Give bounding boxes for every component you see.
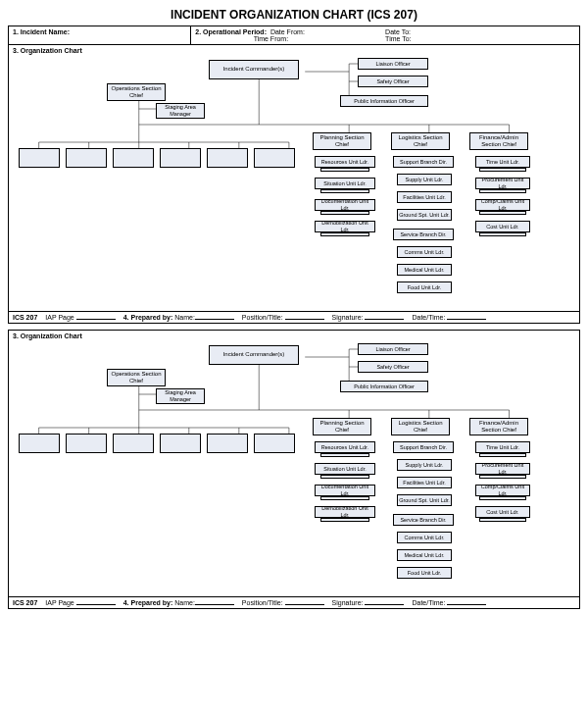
operational-period-cell: 2. Operational Period: Date From: xx Tim… (191, 26, 579, 44)
fin-blank-3 (479, 232, 526, 236)
node-fin-1: Procurement Unit Ldr. (475, 178, 530, 189)
node-logistics-chief: Logistics Section Chief (391, 418, 450, 435)
time-from-label: Time From: (254, 35, 289, 42)
fin-blank-1 (479, 475, 526, 479)
footer-row-2: ICS 207 IAP Page 4. Prepared by: Name: P… (9, 596, 579, 608)
iap-page-label: IAP Page (45, 314, 74, 321)
op-period-label: 2. Operational Period: (195, 28, 267, 35)
form-copy-2: 3. Organization Chart Incident Commander… (8, 330, 580, 609)
ics-label: ICS 207 (13, 314, 37, 321)
node-log-6: Medical Unit Ldr. (397, 549, 452, 561)
fin-blank-0 (479, 453, 526, 457)
ics-label: ICS 207 (13, 599, 37, 606)
node-log-5: Comms Unit Ldr. (397, 246, 452, 258)
node-log-2: Facilities Unit Ldr. (397, 191, 452, 203)
planning-blank-1 (320, 475, 369, 479)
node-planning-2: Documentation Unit Ldr. (315, 485, 375, 496)
section3-label-2: 3. Organization Chart (9, 331, 579, 341)
node-log-5: Comms Unit Ldr. (397, 532, 452, 543)
node-safety: Safety Officer (358, 361, 428, 373)
ops-blank-3 (113, 434, 154, 453)
node-log-1: Supply Unit Ldr. (397, 174, 452, 185)
form-title: INCIDENT ORGANIZATION CHART (ICS 207) (8, 8, 580, 22)
node-pio: Public Information Officer (340, 95, 428, 107)
node-planning-chief: Planning Section Chief (313, 418, 371, 435)
node-fin-3: Cost Unit Ldr. (475, 506, 530, 518)
time-to-label: Time To: (385, 35, 411, 42)
datetime-label: Date/Time: (412, 314, 445, 321)
position-label: Position/Title: (242, 314, 283, 321)
signature-label: Signature: (332, 599, 364, 606)
header-row: 1. Incident Name: 2. Operational Period:… (9, 26, 579, 45)
prepared-by-label: 4. Prepared by: (123, 599, 173, 606)
node-safety: Safety Officer (358, 76, 428, 87)
planning-blank-3 (320, 232, 369, 236)
date-from-label: Date From: (270, 28, 305, 35)
org-chart-1: Incident Commander(s) Liaison Officer Sa… (9, 56, 579, 311)
node-planning-2: Documentation Unit Ldr. (315, 199, 375, 211)
node-log-6: Medical Unit Ldr. (397, 264, 452, 276)
datetime-label: Date/Time: (412, 599, 445, 606)
ops-blank-4 (160, 148, 201, 168)
node-planning-1: Situation Unit Ldr. (315, 178, 375, 189)
node-log-1: Supply Unit Ldr. (397, 459, 452, 471)
node-finance-chief: Finance/Admin Section Chief (469, 132, 528, 150)
node-staging: Staging Area Manager (156, 103, 205, 119)
node-finance-chief: Finance/Admin Section Chief (469, 418, 528, 435)
node-incident-commander: Incident Commander(s) (209, 345, 299, 365)
node-fin-0: Time Unit Ldr. (475, 441, 530, 453)
incident-name-label: 1. Incident Name: (13, 28, 70, 35)
node-log-3: Ground Spt. Unit Ldr. (397, 209, 452, 221)
footer-row-1: ICS 207 IAP Page 4. Prepared by: Name: P… (9, 311, 579, 323)
node-planning-0: Resources Unit Ldr. (315, 441, 375, 453)
planning-blank-2 (320, 211, 369, 215)
node-log-3: Ground Spt. Unit Ldr. (397, 494, 452, 506)
iap-page-label: IAP Page (45, 599, 74, 606)
node-fin-1: Procurement Unit Ldr. (475, 463, 530, 475)
node-planning-0: Resources Unit Ldr. (315, 156, 375, 168)
node-fin-3: Cost Unit Ldr. (475, 221, 530, 232)
ops-blank-5 (207, 148, 248, 168)
node-planning-3: Demobilization Unit Ldr. (315, 221, 375, 232)
form-copy-1: 1. Incident Name: 2. Operational Period:… (8, 26, 580, 324)
node-pio: Public Information Officer (340, 381, 428, 392)
ops-blank-1 (19, 434, 60, 453)
node-planning-1: Situation Unit Ldr. (315, 463, 375, 475)
ops-blank-3 (113, 148, 154, 168)
fin-blank-3 (479, 518, 526, 522)
node-log-4: Service Branch Dir. (393, 229, 454, 240)
ops-blank-6 (254, 434, 295, 453)
prepared-by-label: 4. Prepared by: (123, 314, 173, 321)
name-label: Name: (174, 599, 195, 606)
planning-blank-3 (320, 518, 369, 522)
ops-blank-6 (254, 148, 295, 168)
node-ops-chief: Operations Section Chief (107, 369, 166, 386)
node-log-7: Food Unit Ldr. (397, 281, 452, 293)
node-logistics-chief: Logistics Section Chief (391, 132, 450, 150)
fin-blank-2 (479, 211, 526, 215)
ops-blank-2 (66, 434, 107, 453)
node-log-2: Facilities Unit Ldr. (397, 477, 452, 488)
node-log-0: Support Branch Dir. (393, 156, 454, 168)
ops-blank-1 (19, 148, 60, 168)
node-fin-2: Comp/Claims Unit Ldr. (475, 485, 530, 496)
node-log-0: Support Branch Dir. (393, 441, 454, 453)
fin-blank-1 (479, 189, 526, 193)
fin-blank-2 (479, 496, 526, 500)
position-label: Position/Title: (242, 599, 283, 606)
section3-label: 3. Organization Chart (9, 45, 579, 56)
node-planning-chief: Planning Section Chief (313, 132, 371, 150)
ops-blank-2 (66, 148, 107, 168)
node-incident-commander: Incident Commander(s) (209, 60, 299, 79)
planning-blank-0 (320, 168, 369, 172)
name-label: Name: (174, 314, 195, 321)
node-log-7: Food Unit Ldr. (397, 567, 452, 579)
incident-name-cell: 1. Incident Name: (9, 26, 191, 44)
node-staging: Staging Area Manager (156, 388, 205, 404)
node-planning-3: Demobilization Unit Ldr. (315, 506, 375, 518)
planning-blank-0 (320, 453, 369, 457)
node-liaison: Liaison Officer (358, 343, 428, 355)
ops-blank-5 (207, 434, 248, 453)
planning-blank-2 (320, 496, 369, 500)
node-ops-chief: Operations Section Chief (107, 83, 166, 101)
